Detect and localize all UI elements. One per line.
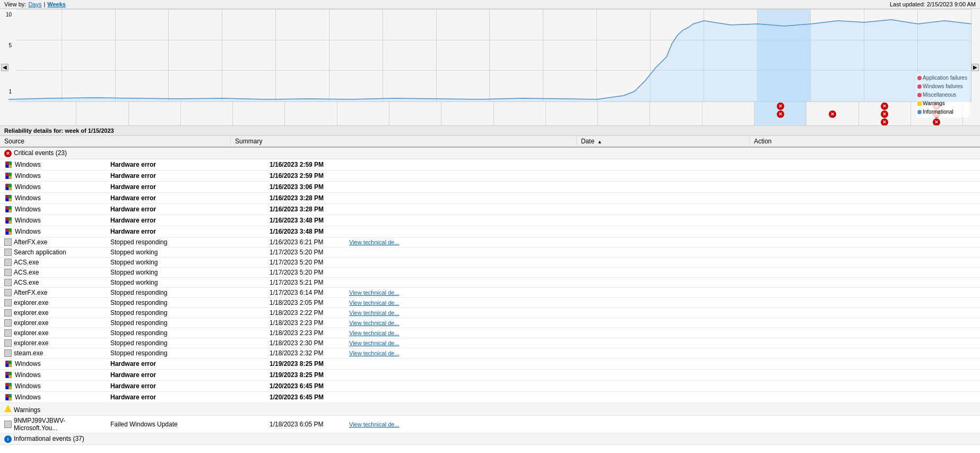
date-cell: 1/16/2023 3:28 PM	[265, 204, 345, 215]
summary-cell: Stopped working	[106, 278, 265, 288]
table-row[interactable]: WindowsHardware error1/16/2023 2:59 PM	[0, 159, 980, 170]
chart-col-15[interactable]	[811, 9, 864, 101]
chart-col-13[interactable]	[704, 9, 758, 101]
last-updated-label: Last updated: 2/15/2023 9:00 AM	[890, 1, 976, 7]
legend-app-icon	[917, 76, 922, 80]
action-link[interactable]: View technical de...	[349, 310, 400, 316]
action-link[interactable]: View technical de...	[349, 289, 400, 296]
table-row[interactable]: WindowsHardware error1/16/2023 3:48 PM	[0, 226, 980, 237]
table-row[interactable]: AfterFX.exeStopped responding1/16/2023 6…	[0, 237, 980, 247]
svg-rect-14	[9, 187, 12, 190]
reliability-details-text: Reliability details for: week of 1/15/20…	[4, 127, 114, 134]
col-header-summary[interactable]: Summary	[231, 136, 577, 147]
svg-rect-22	[9, 207, 12, 209]
chart-col-14[interactable]	[758, 9, 811, 101]
chart-col-2[interactable]	[116, 9, 169, 101]
table-row[interactable]: 9NMPJ99VJBWV-Microsoft.You...Failed Wind…	[0, 416, 980, 433]
date-cell: 1/16/2023 3:06 PM	[265, 182, 345, 193]
table-row[interactable]: ACS.exeStopped working1/17/2023 5:21 PM	[0, 278, 980, 288]
table-row[interactable]: explorer.exeStopped responding1/18/2023 …	[0, 328, 980, 338]
top-bar: View by: Days | Weeks Last updated: 2/15…	[0, 0, 980, 9]
table-row[interactable]: WindowsHardware error1/19/2023 8:25 PM	[0, 370, 980, 381]
chart-col-6[interactable]	[329, 9, 383, 101]
svg-rect-44	[9, 375, 12, 378]
table-row[interactable]: WindowsHardware error1/16/2023 3:28 PM	[0, 193, 980, 204]
table-row[interactable]: ACS.exeStopped working1/17/2023 5:20 PM	[0, 268, 980, 278]
table-row[interactable]: WindowsHardware error1/19/2023 8:25 PM	[0, 358, 980, 370]
chart-col-1[interactable]	[62, 9, 116, 101]
action-link[interactable]: View technical de...	[349, 239, 400, 245]
app-icon	[4, 259, 12, 266]
source-cell: ACS.exe	[0, 258, 106, 268]
warnings-label: Warnings	[14, 406, 40, 414]
table-row[interactable]: explorer.exeStopped responding1/18/2023 …	[0, 318, 980, 328]
chart-col-3[interactable]	[169, 9, 222, 101]
summary-cell: Stopped responding	[106, 318, 265, 328]
table-row[interactable]: Search applicationStopped working1/17/20…	[0, 247, 980, 258]
action-link[interactable]: View technical de...	[349, 330, 400, 336]
source-cell: 9NMPJ99VJBWV-Microsoft.You...	[0, 416, 106, 433]
app-icon	[4, 421, 12, 428]
action-link[interactable]: View technical de...	[349, 421, 400, 428]
summary-cell: Hardware error	[106, 159, 265, 170]
chart-col-4[interactable]	[222, 9, 276, 101]
table-row[interactable]: WindowsHardware error1/16/2023 2:59 PM	[0, 170, 980, 182]
weeks-link[interactable]: Weeks	[47, 1, 66, 7]
chart-col-8[interactable]	[437, 9, 490, 101]
reliability-details-header: Reliability details for: week of 1/15/20…	[0, 126, 980, 136]
svg-rect-28	[6, 221, 8, 224]
table-row[interactable]: explorer.exeStopped responding1/18/2023 …	[0, 308, 980, 318]
table-row[interactable]: WindowsHardware error1/16/2023 3:48 PM	[0, 215, 980, 226]
chart-col-11[interactable]	[597, 9, 651, 101]
svg-rect-6	[6, 173, 8, 176]
chart-col-16[interactable]	[864, 9, 918, 101]
events-table-container[interactable]: ✕Critical events (23) WindowsHardware er…	[0, 148, 980, 453]
col-header-date[interactable]: Date ▲	[576, 136, 749, 147]
summary-cell: Stopped working	[106, 268, 265, 278]
chart-col-7[interactable]	[383, 9, 437, 101]
legend-warn-label: Warnings	[923, 99, 945, 108]
action-link[interactable]: View technical de...	[349, 300, 400, 306]
date-cell: 1/18/2023 2:05 PM	[265, 298, 345, 308]
svg-rect-8	[6, 176, 8, 179]
chart-col-5[interactable]	[276, 9, 329, 101]
error-icon: ✕	[777, 102, 784, 110]
table-row[interactable]: WindowsHardware error1/20/2023 6:45 PM	[0, 381, 980, 392]
col-header-action[interactable]: Action	[749, 136, 980, 147]
source-cell: explorer.exe	[0, 328, 106, 338]
summary-cell: Hardware error	[106, 170, 265, 182]
legend-win-icon	[917, 84, 922, 89]
action-link[interactable]: View technical de...	[349, 340, 400, 346]
chart-scroll-right[interactable]: ▶	[972, 64, 979, 71]
table-row[interactable]: ACS.exeStopped working1/17/2023 5:20 PM	[0, 258, 980, 268]
table-row[interactable]: AfterFX.exeStopped responding1/17/2023 6…	[0, 288, 980, 298]
table-row[interactable]: explorer.exeStopped responding1/18/2023 …	[0, 338, 980, 348]
table-row[interactable]: explorer.exeStopped responding1/18/2023 …	[0, 298, 980, 308]
table-row[interactable]: WindowsHardware error1/16/2023 3:06 PM	[0, 182, 980, 193]
action-link[interactable]: View technical de...	[349, 320, 400, 326]
chart-col-0[interactable]	[8, 9, 62, 101]
date-cell: 1/16/2023 2:59 PM	[265, 170, 345, 182]
date-cell: 1/16/2023 3:48 PM	[265, 226, 345, 237]
chart-scroll-left[interactable]: ◀	[1, 64, 8, 71]
legend-misc-icon	[917, 93, 922, 97]
svg-rect-16	[6, 195, 8, 198]
svg-rect-37	[9, 361, 12, 364]
chart-col-10[interactable]	[543, 9, 597, 101]
chart-col-12[interactable]	[651, 9, 704, 101]
table-row[interactable]: steam.exeStopped responding1/18/2023 2:3…	[0, 348, 980, 358]
table-row[interactable]: WindowsHardware error1/20/2023 6:45 PM	[0, 392, 980, 403]
legend-info-icon	[917, 110, 922, 114]
critical-events-group-header: ✕Critical events (23)	[0, 148, 980, 159]
critical-events-label: Critical events (23)	[14, 149, 67, 157]
col-header-source[interactable]: Source	[0, 136, 231, 147]
action-link[interactable]: View technical de...	[349, 350, 400, 356]
summary-cell: Stopped working	[106, 258, 265, 268]
svg-rect-51	[6, 395, 8, 397]
days-link[interactable]: Days	[28, 1, 41, 7]
chart-col-9[interactable]	[490, 9, 543, 101]
table-row[interactable]: WindowsHardware error1/16/2023 3:28 PM	[0, 204, 980, 215]
chart-legend: Application failures Windows failures Mi…	[916, 73, 969, 117]
summary-cell: Stopped responding	[106, 237, 265, 247]
svg-rect-9	[9, 176, 12, 179]
